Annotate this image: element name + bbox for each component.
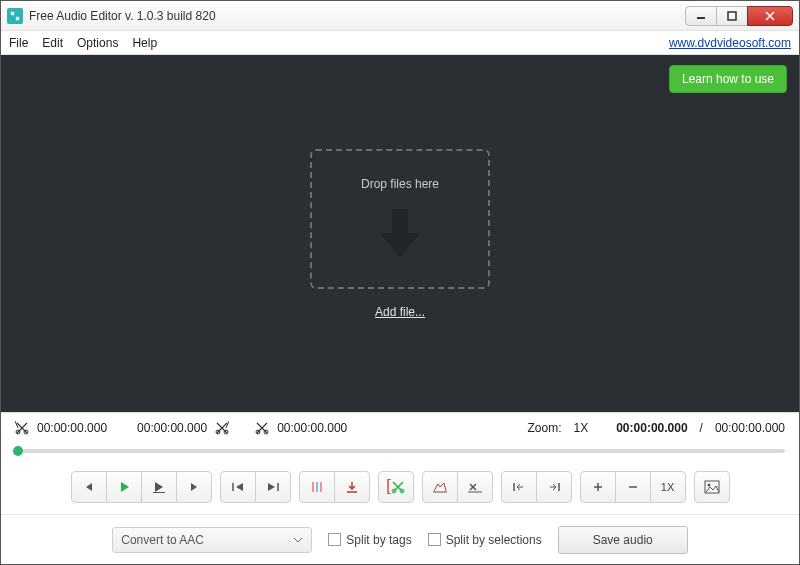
learn-button[interactable]: Learn how to use xyxy=(669,65,787,93)
sel-end-time: 00:00:00.000 xyxy=(137,421,207,435)
zoom-reset-button[interactable]: 1X xyxy=(650,471,686,503)
current-time: 00:00:00.000 xyxy=(616,421,687,435)
edit-group xyxy=(299,471,370,503)
split-tags-label: Split by tags xyxy=(346,533,411,547)
next-button[interactable] xyxy=(176,471,212,503)
skip-start-button[interactable] xyxy=(220,471,256,503)
sel-start-button[interactable] xyxy=(501,471,537,503)
playback-group xyxy=(71,471,212,503)
save-label: Save audio xyxy=(593,533,653,547)
menu-options[interactable]: Options xyxy=(77,36,118,50)
time-separator: / xyxy=(700,421,703,435)
maximize-button[interactable] xyxy=(716,6,748,26)
split-selections-label: Split by selections xyxy=(446,533,542,547)
checkbox-icon xyxy=(328,533,341,546)
menu-help[interactable]: Help xyxy=(132,36,157,50)
snapshot-group xyxy=(694,471,730,503)
scissors-icon xyxy=(255,421,269,435)
cut-group: [ xyxy=(378,471,414,503)
site-link[interactable]: www.dvdvideosoft.com xyxy=(669,36,791,50)
toolbar: [ 1X xyxy=(1,460,799,514)
titlebar: Free Audio Editor v. 1.0.3 build 820 xyxy=(1,1,799,31)
stage: Learn how to use Drop files here Add fil… xyxy=(1,55,799,412)
marker-button[interactable] xyxy=(299,471,335,503)
zoom-value: 1X xyxy=(574,421,589,435)
split-tags-checkbox[interactable]: Split by tags xyxy=(328,533,411,547)
sel-end-button[interactable] xyxy=(536,471,572,503)
menu-file[interactable]: File xyxy=(9,36,28,50)
zoom-out-button[interactable] xyxy=(615,471,651,503)
app-icon xyxy=(7,8,23,24)
zoom-in-button[interactable] xyxy=(580,471,616,503)
save-audio-button[interactable]: Save audio xyxy=(558,526,688,554)
timebar: 00:00:00.000 00:00:00.000 00:00:00.000 Z… xyxy=(1,412,799,442)
cut-time: 00:00:00.000 xyxy=(277,421,347,435)
zoom-group: 1X xyxy=(580,471,686,503)
window-title: Free Audio Editor v. 1.0.3 build 820 xyxy=(29,9,686,23)
dropzone-label: Drop files here xyxy=(361,177,439,191)
menubar: File Edit Options Help www.dvdvideosoft.… xyxy=(1,31,799,55)
slider-thumb[interactable] xyxy=(13,446,23,456)
window-controls xyxy=(686,6,793,26)
dropzone[interactable]: Drop files here xyxy=(310,149,490,289)
split-selections-checkbox[interactable]: Split by selections xyxy=(428,533,542,547)
play-button[interactable] xyxy=(106,471,142,503)
scissors-close-icon xyxy=(215,421,229,435)
sel-bounds-group xyxy=(501,471,572,503)
checkbox-icon xyxy=(428,533,441,546)
slider-track xyxy=(15,449,785,453)
minimize-button[interactable] xyxy=(685,6,717,26)
import-button[interactable] xyxy=(334,471,370,503)
svg-point-27 xyxy=(707,484,710,487)
arrow-down-icon xyxy=(375,205,425,261)
region-group xyxy=(422,471,493,503)
menu-edit[interactable]: Edit xyxy=(42,36,63,50)
skip-group xyxy=(220,471,291,503)
chevron-down-icon xyxy=(293,537,303,543)
zoom-label: Zoom: xyxy=(527,421,561,435)
delete-region-button[interactable] xyxy=(457,471,493,503)
prev-button[interactable] xyxy=(71,471,107,503)
format-combo[interactable]: Convert to AAC xyxy=(112,527,312,553)
cut-button[interactable]: [ xyxy=(378,471,414,503)
trim-button[interactable] xyxy=(422,471,458,503)
app-window: Free Audio Editor v. 1.0.3 build 820 Fil… xyxy=(0,0,800,565)
scissors-open-icon xyxy=(15,421,29,435)
svg-rect-1 xyxy=(728,12,736,20)
close-button[interactable] xyxy=(747,6,793,26)
image-button[interactable] xyxy=(694,471,730,503)
format-label: Convert to AAC xyxy=(121,533,204,547)
add-file-link[interactable]: Add file... xyxy=(375,305,425,319)
play-selection-button[interactable] xyxy=(141,471,177,503)
timeline-slider[interactable] xyxy=(1,442,799,460)
skip-end-button[interactable] xyxy=(255,471,291,503)
sel-start-time: 00:00:00.000 xyxy=(37,421,107,435)
total-time: 00:00:00.000 xyxy=(715,421,785,435)
bottom-bar: Convert to AAC Split by tags Split by se… xyxy=(1,514,799,564)
